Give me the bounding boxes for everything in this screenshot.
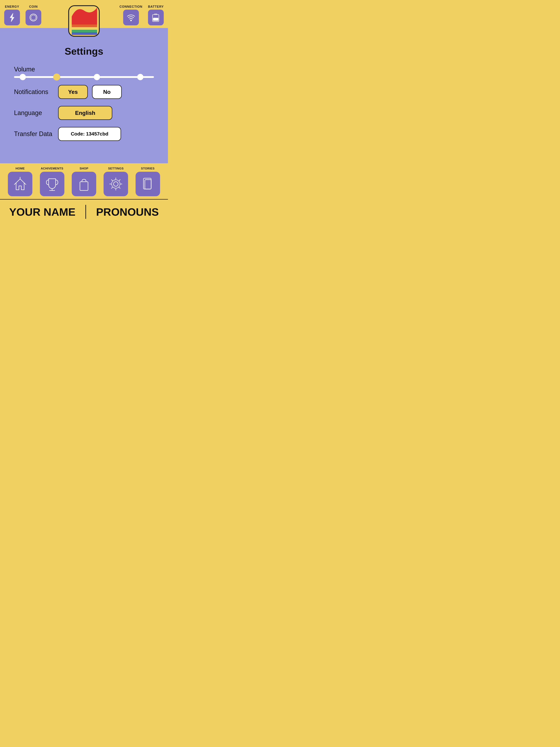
nav-item-stories[interactable]: STORIES [136,167,160,196]
connection-item: CONNECTION [119,5,142,25]
footer-divider [85,205,86,219]
energy-label: ENERGY [5,5,19,8]
nav-achievements-label: ACHIVEMENTS [41,167,63,170]
rainbow-logo-icon [70,7,98,35]
battery-label: BATTERY [148,5,164,8]
stories-icon [140,176,156,192]
wifi-icon [126,12,136,23]
svg-point-12 [113,182,118,186]
home-icon-box [8,172,32,196]
transfer-data-row: Transfer Data Code: 13457cbd [14,127,154,141]
nav-item-achievements[interactable]: ACHIVEMENTS [40,167,64,196]
volume-section: Volume [14,66,154,78]
settings-rows: Volume Notifications Yes No Language Eng… [14,66,154,141]
transfer-data-button[interactable]: Code: 13457cbd [58,127,121,141]
nav-shop-label: SHOP [80,167,88,170]
main-content: Settings Volume Notifications Yes No Lan… [0,28,168,163]
connection-icon-box [123,10,139,25]
settings-title: Settings [65,46,103,57]
achievements-icon-box [40,172,64,196]
connection-label: CONNECTION [119,5,142,8]
volume-slider-track[interactable] [14,76,154,78]
stories-icon-box [136,172,160,196]
nav-item-settings[interactable]: SETTINGS [104,167,128,196]
nav-item-home[interactable]: HOME [8,167,32,196]
slider-dot-2[interactable] [53,74,60,80]
svg-rect-15 [145,180,151,189]
shop-icon-box [72,172,96,196]
nav-item-shop[interactable]: SHOP [72,167,96,196]
app-logo-wrap [68,5,100,37]
svg-rect-11 [80,182,88,190]
footer-pronouns: PRONOUNS [96,206,159,218]
energy-icon-box [4,10,20,25]
shop-icon [76,176,92,192]
battery-item: BATTERY [148,5,164,25]
top-bar: ENERGY COIN [0,0,168,28]
notifications-label: Notifications [14,88,52,96]
nav-settings-label: SETTINGS [108,167,124,170]
lightning-icon [7,12,17,23]
notifications-row: Notifications Yes No [14,85,154,99]
svg-point-4 [131,20,132,21]
notification-buttons: Yes No [58,85,122,99]
battery-icon [151,12,161,23]
slider-dot-4[interactable] [137,74,143,80]
trophy-icon [44,176,60,192]
language-label: Language [14,109,52,117]
transfer-data-label: Transfer Data [14,130,52,137]
coin-icon-box [26,10,41,25]
language-button[interactable]: English [58,106,112,120]
notifications-yes-button[interactable]: Yes [58,85,88,99]
language-row: Language English [14,106,154,120]
battery-icon-box [148,10,164,25]
nav-stories-label: STORIES [141,167,155,170]
app-logo [68,5,100,37]
home-icon [12,176,28,192]
settings-icon-box [104,172,128,196]
slider-dot-1[interactable] [20,74,26,80]
top-bar-right: CONNECTION BATTERY [119,5,164,25]
volume-label: Volume [14,66,154,73]
footer: YOUR NAME PRONOUNS [0,199,168,224]
svg-rect-7 [153,18,158,21]
coin-icon [28,12,38,23]
svg-rect-6 [155,14,157,15]
footer-name: YOUR NAME [9,206,75,218]
nav-home-label: HOME [16,167,25,170]
bottom-nav: HOME ACHIVEMENTS SHOP [0,163,168,199]
energy-item: ENERGY [4,5,20,25]
notifications-no-button[interactable]: No [92,85,122,99]
svg-point-1 [31,15,36,20]
slider-dot-3[interactable] [94,74,100,80]
coin-label: COIN [29,5,38,8]
svg-point-13 [112,180,120,188]
coin-item: COIN [26,5,41,25]
gear-icon [108,176,124,192]
top-bar-left: ENERGY COIN [4,5,41,25]
